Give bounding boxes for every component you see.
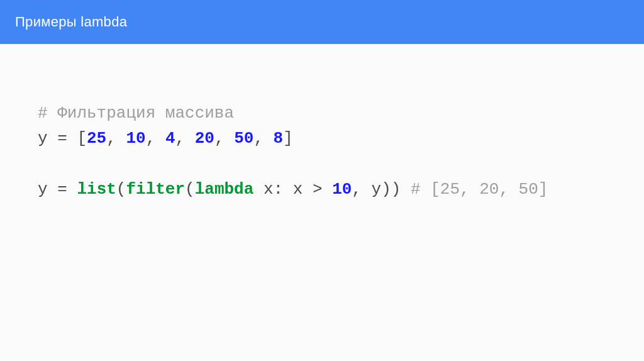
code-text: ] (283, 129, 293, 148)
code-keyword: filter (126, 180, 185, 199)
code-text: ( (116, 180, 126, 199)
code-text: x: x > (253, 180, 332, 199)
code-line-4: y = list(filter(lambda x: x > 10, y)) # … (38, 177, 606, 202)
code-text: y = (38, 180, 77, 199)
code-text (38, 155, 48, 174)
code-number: 4 (165, 129, 175, 148)
slide-content: # Фильтрация массива y = [25, 10, 4, 20,… (0, 44, 644, 202)
code-number: 50 (234, 129, 253, 148)
code-text: ( (185, 180, 195, 199)
code-text: , (146, 129, 165, 148)
code-line-3 (38, 152, 606, 177)
code-number: 25 (87, 129, 106, 148)
code-keyword: list (77, 180, 116, 199)
code-comment: # [25, 20, 50] (411, 180, 548, 199)
code-text: y = [ (38, 129, 87, 148)
code-number: 10 (126, 129, 145, 148)
code-number: 10 (332, 180, 352, 199)
code-text: , y)) (352, 180, 411, 199)
slide-title: Примеры lambda (15, 14, 127, 30)
code-text: , (106, 129, 126, 148)
code-number: 8 (274, 129, 284, 148)
code-text: , (214, 129, 234, 148)
code-block: # Фильтрация массива y = [25, 10, 4, 20,… (38, 101, 606, 202)
code-number: 20 (195, 129, 214, 148)
code-line-2: y = [25, 10, 4, 20, 50, 8] (38, 126, 606, 151)
code-comment: # Фильтрация массива (38, 104, 234, 123)
code-line-1: # Фильтрация массива (38, 101, 606, 126)
code-text: , (175, 129, 195, 148)
code-keyword: lambda (195, 180, 254, 199)
code-text: , (253, 129, 273, 148)
slide-header: Примеры lambda (0, 0, 644, 44)
